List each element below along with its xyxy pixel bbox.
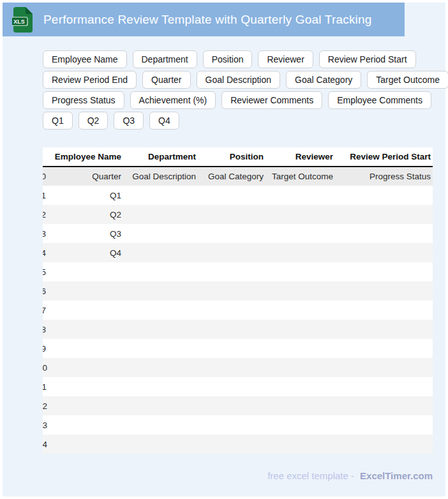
chip-row: Q1Q2Q3Q4 [43,112,438,130]
footer-caption: free excel template - [267,470,354,481]
field-chip: Progress Status [43,91,124,109]
table-cell [123,281,198,301]
column-header: Review Period Start [335,147,433,167]
table-cell [265,377,335,396]
field-chip: Review Period Start [319,50,416,68]
field-chip: Reviewer [258,50,313,68]
table-cell [47,358,123,377]
table-cell [265,396,335,415]
table-row: 8 [43,320,433,339]
table-cell [265,320,335,339]
table-cell: Q1 [47,186,123,205]
table-cell [265,186,335,205]
header-bar: XLS Performance Review Template with Qua… [3,3,405,36]
table-cell [198,396,265,415]
table-cell: Target Outcome [265,167,335,186]
field-chip: Review Period End [43,71,137,89]
field-chip: Goal Description [197,71,281,89]
field-chip: Goal Category [286,71,361,89]
table-cell [335,396,433,415]
table-cell [198,301,265,320]
chip-row: Progress StatusAchievement (%)Reviewer C… [43,91,438,109]
table-cell [123,377,198,396]
table-cell [265,301,335,320]
table-cell [335,301,433,320]
row-number: 14 [43,435,47,454]
field-chip: Achievement (%) [130,91,216,109]
table-cell [123,358,198,377]
xls-file-icon: XLS [12,7,33,33]
table-cell [198,339,265,358]
table-body: 0QuarterGoal DescriptionGoal CategoryTar… [43,167,433,454]
row-number: 5 [43,262,47,281]
table-row: 1Q1 [43,186,433,205]
page-title: Performance Review Template with Quarter… [43,13,372,27]
table-cell [123,396,198,415]
chip-row: Review Period EndQuarterGoal Description… [43,71,438,89]
table-cell [123,205,198,224]
table-cell [198,262,265,281]
table-cell [123,301,198,320]
table-row: 2Q2 [43,205,433,224]
table-row: 0QuarterGoal DescriptionGoal CategoryTar… [43,167,433,186]
field-chip: Position [203,50,253,68]
table-cell [265,205,335,224]
field-chip: Q4 [149,112,179,130]
table-cell [335,224,433,243]
table-cell [123,186,198,205]
table-row: 11 [43,377,433,396]
field-chip: Employee Name [43,50,127,68]
table-cell [47,339,123,358]
table-cell [47,320,123,339]
column-header: Employee Name [47,147,123,167]
row-number: 12 [43,396,47,415]
table-cell: Q2 [47,205,123,224]
footer: free excel template -ExcelTimer.com [267,470,433,481]
brand-link[interactable]: ExcelTimer.com [360,470,433,481]
table-cell [335,339,433,358]
table-row: 6 [43,281,433,301]
table-row: 9 [43,339,433,358]
row-number: 3 [43,224,47,243]
row-number: 11 [43,377,47,396]
field-chip: Target Outcome [367,71,448,89]
row-number: 10 [43,358,47,377]
field-chip: Quarter [142,71,190,89]
table-cell: Quarter [47,167,123,186]
table-cell [265,224,335,243]
table-row: 7 [43,301,433,320]
row-number: 7 [43,301,47,320]
field-chip: Q1 [43,112,73,130]
table-cell [198,243,265,262]
table-cell [47,396,123,415]
preview-table: Employee NameDepartmentPositionReviewerR… [43,147,433,454]
table-cell [47,301,123,320]
table-cell [198,320,265,339]
table-cell [198,377,265,396]
row-number: 4 [43,243,47,262]
page-background: XLS Performance Review Template with Qua… [3,3,445,496]
row-number: 9 [43,339,47,358]
table-cell [47,281,123,301]
table-cell [123,415,198,435]
table-cell: Q3 [47,224,123,243]
table-cell [335,320,433,339]
table-cell [198,281,265,301]
column-header: Position [198,147,265,167]
table-cell [198,224,265,243]
table-cell [335,435,433,454]
chips-area: Employee NameDepartmentPositionReviewerR… [43,50,438,132]
table-cell: Q4 [47,243,123,262]
table-cell: Progress Status [335,167,433,186]
table-cell [123,339,198,358]
table-cell [335,415,433,435]
table-cell [123,224,198,243]
table-row: 12 [43,396,433,415]
table-cell: Goal Description [123,167,198,186]
xls-badge-label: XLS [13,19,25,25]
row-number: 8 [43,320,47,339]
field-chip: Reviewer Comments [221,91,322,109]
table-cell [265,339,335,358]
spreadsheet-preview: Employee NameDepartmentPositionReviewerR… [43,147,433,454]
table-row: 3Q3 [43,224,433,243]
